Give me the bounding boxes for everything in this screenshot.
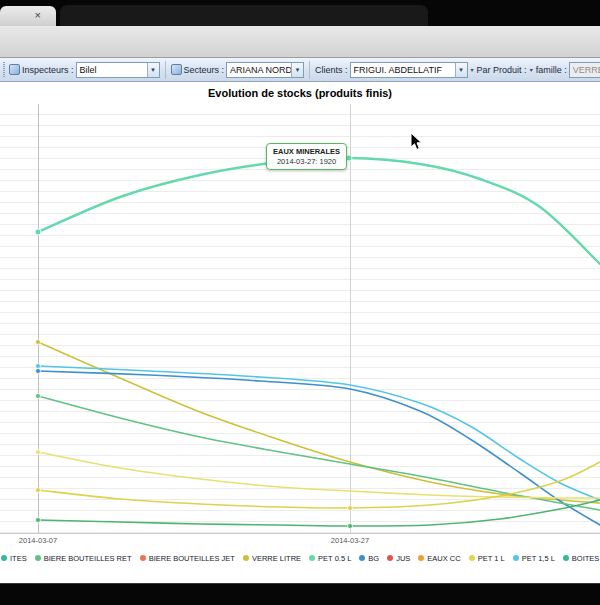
legend-color-dot [140, 555, 146, 561]
taskbar [0, 583, 600, 605]
toolbar-divider [165, 61, 166, 79]
data-point-marker [36, 518, 41, 523]
inspecteurs-icon [9, 64, 20, 75]
inspecteurs-label: Inspecteurs : [22, 65, 74, 75]
secteurs-label: Secteurs : [184, 65, 225, 75]
inspecteurs-value: Bilel [80, 65, 97, 75]
legend-item[interactable]: PET 0.5 L [309, 554, 351, 563]
produit-select[interactable]: VERRE STAND ▾ [569, 62, 600, 78]
chevron-down-icon[interactable]: ▾ [291, 63, 303, 77]
legend-item[interactable]: BIERE BOUTEILLES JET [140, 554, 235, 563]
par-produit-label: Par Produit : [477, 65, 527, 75]
x-axis-label: 2014-03-27 [331, 536, 369, 545]
chart-legend: ITESBIERE BOUTEILLES RETBIERE BOUTEILLES… [0, 551, 600, 565]
produit-value: VERRE STAND [573, 65, 600, 75]
chart-title: Evolution de stocks (produits finis) [0, 82, 600, 104]
secteurs-select[interactable]: ARIANA NORD ▾ [226, 62, 304, 78]
legend-label: BOITES [572, 554, 600, 563]
chart-tooltip: EAUX MINERALES 2014-03-27: 1920 [266, 143, 347, 170]
legend-label: BIERE BOUTEILLES RET [44, 554, 132, 563]
chart-line-bg [38, 371, 600, 525]
legend-item[interactable]: PET 1 L [469, 554, 505, 563]
legend-item[interactable]: ITES [1, 554, 27, 563]
chart-plot-area[interactable]: EAUX MINERALES 2014-03-27: 1920 [0, 104, 600, 534]
inspecteurs-select[interactable]: Bilel ▾ [76, 62, 160, 78]
tooltip-value: 2014-03-27: 1920 [273, 157, 340, 166]
toolbar-divider [309, 61, 310, 79]
legend-color-dot [563, 555, 569, 561]
legend-item[interactable]: BOITES [563, 554, 600, 563]
browser-toolbar [0, 26, 600, 58]
legend-color-dot [1, 555, 7, 561]
legend-item[interactable]: VERRE LITRE [243, 554, 301, 563]
legend-label: VERRE LITRE [252, 554, 301, 563]
tab-strip [60, 5, 428, 26]
chevron-down-icon[interactable]: ▾ [455, 63, 467, 77]
data-point-marker [35, 229, 41, 235]
clients-value: FRIGUI. ABDELLATIF [354, 65, 442, 75]
chevron-down-icon[interactable]: ▾ [471, 66, 474, 73]
legend-color-dot [243, 555, 249, 561]
data-point-marker [36, 369, 41, 374]
legend-label: JUS [396, 554, 410, 563]
legend-label: EAUX CC [427, 554, 460, 563]
legend-color-dot [513, 555, 519, 561]
clients-label: Clients : [315, 65, 348, 75]
mouse-cursor [410, 132, 424, 152]
chart-line-verre-litre [38, 342, 600, 503]
data-point-marker [36, 364, 41, 369]
legend-item[interactable]: EAUX CC [418, 554, 460, 563]
screen: { "window": { "tab_close": "×" }, "filte… [0, 0, 600, 605]
data-point-marker [36, 450, 41, 455]
x-axis: 2014-03-07 2014-03-27 [0, 536, 600, 548]
legend-color-dot [309, 555, 315, 561]
legend-item[interactable]: PET 1,5 L [513, 554, 555, 563]
legend-label: BG [368, 554, 379, 563]
data-point-marker [36, 340, 41, 345]
chart-line-pet-1-5-l [38, 366, 600, 500]
legend-label: PET 0.5 L [318, 554, 351, 563]
chevron-down-icon[interactable]: ▾ [147, 63, 159, 77]
toolbar-grip[interactable] [3, 62, 5, 77]
legend-label: PET 1,5 L [522, 554, 555, 563]
legend-color-dot [418, 555, 424, 561]
legend-item[interactable]: BG [359, 554, 379, 563]
chart-line-eaux-minerales [38, 158, 600, 264]
secteurs-value: ARIANA NORD [230, 65, 292, 75]
clients-select[interactable]: FRIGUI. ABDELLATIF ▾ [350, 62, 468, 78]
chevron-down-icon[interactable]: ▾ [530, 66, 533, 73]
chart-line-boites [38, 500, 600, 526]
legend-color-dot [469, 555, 475, 561]
tooltip-series-name: EAUX MINERALES [273, 147, 340, 156]
legend-label: BIERE BOUTEILLES JET [149, 554, 235, 563]
data-point-marker [36, 488, 41, 493]
data-point-marker [36, 394, 41, 399]
data-point-marker [348, 506, 353, 511]
browser-tab[interactable]: × [0, 6, 56, 26]
legend-color-dot [35, 555, 41, 561]
legend-item[interactable]: JUS [387, 554, 410, 563]
legend-label: PET 1 L [478, 554, 505, 563]
tab-close-icon[interactable]: × [35, 8, 41, 22]
legend-label: ITES [10, 554, 27, 563]
legend-item[interactable]: BIERE BOUTEILLES RET [35, 554, 132, 563]
x-axis-label: 2014-03-07 [19, 536, 57, 545]
legend-color-dot [359, 555, 365, 561]
secteurs-icon [171, 64, 182, 75]
data-point-marker [348, 524, 353, 529]
famille-label: famille : [536, 65, 567, 75]
legend-color-dot [387, 555, 393, 561]
filter-toolbar: Inspecteurs : Bilel ▾ Secteurs : ARIANA … [0, 58, 600, 82]
window-titlebar: × [0, 0, 600, 26]
